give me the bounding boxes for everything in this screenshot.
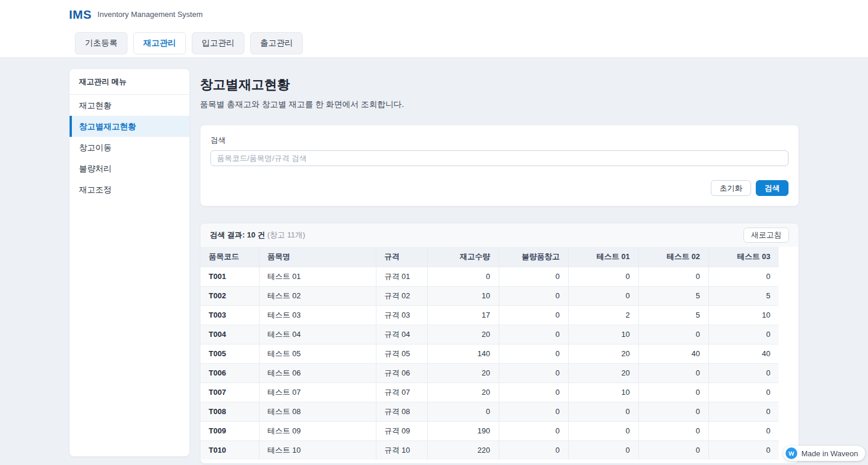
table-header-row: 품목코드품목명규격재고수량불량품창고테스트 01테스트 02테스트 03 — [200, 247, 779, 267]
table-cell: 20 — [427, 363, 499, 383]
table-cell: 190 — [427, 421, 499, 440]
table-cell: 10 — [568, 383, 638, 402]
table-cell: 0 — [638, 421, 708, 440]
results-panel: 검색 결과: 10 건 (창고 11개) 새로고침 품목코드품목명규격재고수량불… — [200, 223, 799, 464]
tab-basic-registration[interactable]: 기초등록 — [75, 32, 127, 54]
table-cell: 0 — [499, 344, 568, 363]
sidebar-item-stock-by-warehouse[interactable]: 창고별재고현황 — [70, 116, 189, 137]
table-cell: 규격 07 — [376, 383, 427, 402]
table-cell: 40 — [708, 344, 779, 363]
column-header: 규격 — [376, 247, 427, 267]
table-cell: 5 — [638, 305, 708, 325]
table-row: T006테스트 06규격 062002000 — [200, 363, 779, 383]
table-cell: 10 — [427, 286, 499, 305]
table-cell: 규격 10 — [376, 440, 427, 460]
table-cell: 규격 06 — [376, 363, 427, 383]
waveon-logo-icon: w — [786, 447, 797, 459]
table-cell: 0 — [708, 363, 779, 383]
table-row: T005테스트 05규격 051400204040 — [200, 344, 779, 363]
top-header: IMS Inventory Management System — [0, 0, 868, 29]
table-cell: 0 — [499, 383, 568, 402]
table-row: T007테스트 07규격 072001000 — [200, 383, 779, 402]
results-header: 검색 결과: 10 건 (창고 11개) 새로고침 — [200, 223, 798, 247]
waveon-badge-label: Made in Waveon — [801, 449, 858, 458]
search-label: 검색 — [210, 135, 789, 146]
page-subtitle: 품목별 총재고와 창고별 재고를 한 화면에서 조회합니다. — [200, 99, 799, 110]
table-cell: 10 — [708, 305, 779, 325]
table-cell: 0 — [427, 267, 499, 286]
table-row: T004테스트 04규격 042001000 — [200, 325, 779, 344]
reset-button[interactable]: 초기화 — [711, 180, 751, 196]
tab-inbound-management[interactable]: 입고관리 — [192, 32, 244, 54]
table-cell: 0 — [638, 402, 708, 421]
ims-logo: IMS — [69, 8, 92, 22]
table-cell: 0 — [499, 267, 568, 286]
table-cell: 규격 01 — [376, 267, 427, 286]
table-cell: 규격 02 — [376, 286, 427, 305]
table-cell: 0 — [568, 421, 638, 440]
table-cell: 0 — [708, 383, 779, 402]
table-cell: 20 — [427, 383, 499, 402]
sidebar-item-stock-adjustment[interactable]: 재고조정 — [70, 179, 189, 200]
sidebar-item-defect-handling[interactable]: 불량처리 — [70, 158, 189, 179]
table-cell: 140 — [427, 344, 499, 363]
table-cell: 20 — [568, 363, 638, 383]
table-cell: 규격 08 — [376, 402, 427, 421]
table-cell: 테스트 07 — [259, 383, 376, 402]
stock-table-body: T001테스트 01규격 0100000T002테스트 02규격 0210005… — [200, 267, 779, 460]
table-cell: 0 — [708, 440, 779, 460]
column-header: 테스트 02 — [638, 247, 708, 267]
table-cell: 0 — [568, 440, 638, 460]
results-table-wrapper[interactable]: 품목코드품목명규격재고수량불량품창고테스트 01테스트 02테스트 03 T00… — [200, 247, 788, 460]
table-cell: T010 — [200, 440, 259, 460]
table-cell: T009 — [200, 421, 259, 440]
table-cell: 220 — [427, 440, 499, 460]
table-cell: 0 — [499, 421, 568, 440]
table-cell: 0 — [638, 363, 708, 383]
table-cell: 17 — [427, 305, 499, 325]
column-header: 테스트 03 — [708, 247, 779, 267]
table-cell: 0 — [499, 402, 568, 421]
results-warehouse-note: (창고 11개) — [267, 230, 305, 239]
search-panel: 검색 초기화 검색 — [200, 125, 799, 206]
table-row: T001테스트 01규격 0100000 — [200, 267, 779, 286]
refresh-button[interactable]: 새로고침 — [743, 228, 789, 243]
tab-inventory-management[interactable]: 재고관리 — [133, 32, 186, 54]
table-cell: 테스트 04 — [259, 325, 376, 344]
table-cell: T005 — [200, 344, 259, 363]
table-cell: 테스트 09 — [259, 421, 376, 440]
column-header: 품목코드 — [200, 247, 259, 267]
column-header: 불량품창고 — [499, 247, 568, 267]
table-cell: 0 — [427, 402, 499, 421]
results-summary: 검색 결과: 10 건 (창고 11개) — [210, 230, 305, 240]
table-cell: 0 — [499, 305, 568, 325]
results-count-text: 검색 결과: 10 건 — [210, 230, 265, 239]
sidebar-menu: 재고관리 메뉴 재고현황 창고별재고현황 창고이동 불량처리 재고조정 — [69, 68, 190, 457]
main-nav: 기초등록 재고관리 입고관리 출고관리 — [0, 29, 868, 58]
table-cell: 0 — [708, 267, 779, 286]
app-title: Inventory Management System — [98, 10, 203, 19]
tab-outbound-management[interactable]: 출고관리 — [250, 32, 303, 54]
table-cell: 테스트 02 — [259, 286, 376, 305]
table-cell: T006 — [200, 363, 259, 383]
search-input[interactable] — [210, 150, 789, 166]
table-cell: 0 — [638, 267, 708, 286]
table-cell: 0 — [499, 286, 568, 305]
sidebar-item-stock-status[interactable]: 재고현황 — [70, 95, 189, 116]
made-in-waveon-badge[interactable]: w Made in Waveon — [783, 446, 865, 461]
search-button[interactable]: 검색 — [756, 180, 789, 196]
table-row: T010테스트 10규격 102200000 — [200, 440, 779, 460]
table-cell: T008 — [200, 402, 259, 421]
table-cell: 규격 03 — [376, 305, 427, 325]
column-header: 재고수량 — [427, 247, 499, 267]
table-cell: 0 — [568, 267, 638, 286]
table-cell: 10 — [568, 325, 638, 344]
table-cell: 0 — [708, 325, 779, 344]
table-cell: 0 — [568, 402, 638, 421]
table-cell: 20 — [568, 344, 638, 363]
table-cell: T007 — [200, 383, 259, 402]
table-cell: 20 — [427, 325, 499, 344]
table-cell: 0 — [638, 383, 708, 402]
sidebar-item-warehouse-transfer[interactable]: 창고이동 — [70, 137, 189, 158]
table-cell: 40 — [638, 344, 708, 363]
